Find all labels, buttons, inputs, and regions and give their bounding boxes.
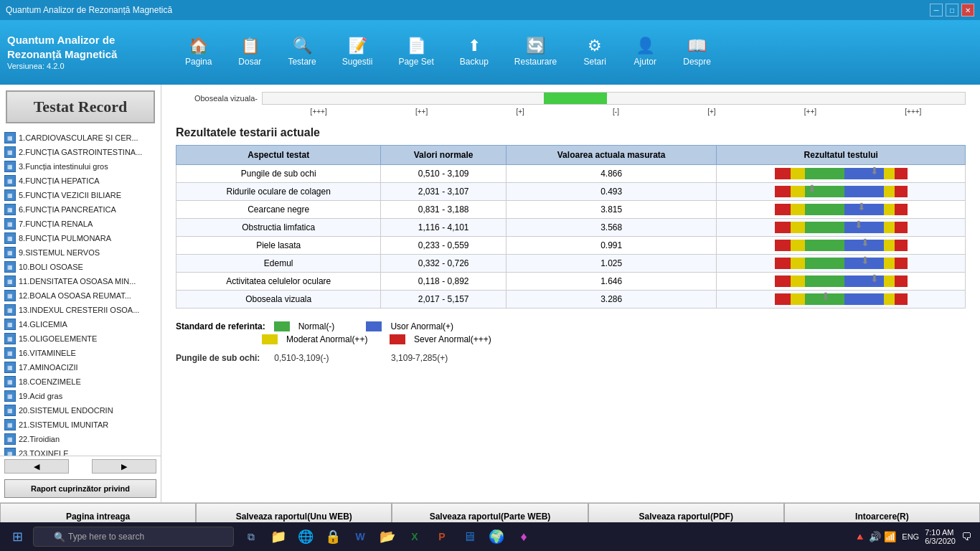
nav-setari[interactable]: ⚙ Setari xyxy=(570,32,620,72)
col-header-normal: Valori normale xyxy=(381,146,506,165)
teamviewer-icon[interactable]: 🖥 xyxy=(456,524,482,550)
cell-normal: 2,031 - 3,107 xyxy=(381,183,506,201)
sidebar-item-6[interactable]: ▦ 6.FUNCȚIA PANCREATICA xyxy=(0,202,161,217)
notifications-icon[interactable]: 🗨 xyxy=(961,531,971,542)
sidebar-icon-20: ▦ xyxy=(4,405,16,416)
nav-testare-label: Testare xyxy=(288,57,316,67)
app-gem-icon[interactable]: ♦ xyxy=(511,524,537,550)
minimize-button[interactable]: ─ xyxy=(930,4,943,17)
nav-ajutor[interactable]: 👤 Ajutor xyxy=(620,32,670,72)
scale-7: [+++] xyxy=(905,108,921,116)
cell-normal: 0,118 - 0,892 xyxy=(381,273,506,291)
sidebar-item-14[interactable]: ▦ 14.GLICEMIA xyxy=(0,317,161,331)
task-view-icon[interactable]: ⧉ xyxy=(238,524,264,550)
sugestii-icon: 📝 xyxy=(348,38,367,54)
nav-dosar[interactable]: 📋 Dosar xyxy=(225,32,275,72)
clock: 7:10 AM 6/3/2020 xyxy=(925,528,956,545)
setari-icon: ⚙ xyxy=(588,38,602,54)
file-explorer-icon[interactable]: 📁 xyxy=(265,524,291,550)
sidebar-item-18[interactable]: ▦ 18.COENZIMELE xyxy=(0,375,161,389)
close-button[interactable]: ✕ xyxy=(961,4,974,17)
edge-icon[interactable]: 🌐 xyxy=(293,524,319,550)
sidebar-item-13[interactable]: ▦ 13.INDEXUL CRESTERII OSOA... xyxy=(0,303,161,317)
sidebar-icon-22: ▦ xyxy=(4,433,16,445)
sidebar-label-12: 12.BOALA OSOASA REUMAT... xyxy=(19,291,131,300)
nav-pageset[interactable]: 📄 Page Set xyxy=(385,32,446,72)
chart-label: Oboseala vizuala- xyxy=(176,94,262,103)
sidebar-item-8[interactable]: ▦ 8.FUNCȚIA PULMONARA xyxy=(0,231,161,245)
nav-testare[interactable]: 🔍 Testare xyxy=(275,32,329,72)
sidebar-label-8: 8.FUNCȚIA PULMONARA xyxy=(19,234,111,242)
sidebar-icon-13: ▦ xyxy=(4,304,16,316)
cell-normal: 1,116 - 4,101 xyxy=(381,219,506,237)
sidebar-label-4: 4.FUNCȚIA HEPATICA xyxy=(19,176,100,185)
content-area[interactable]: Oboseala vizuala- [+++] [++] [+] [-] [+]… xyxy=(161,85,980,502)
cell-normal: 2,017 - 5,157 xyxy=(381,291,506,309)
report-btn[interactable]: Raport cuprinzător privind xyxy=(4,479,156,498)
cell-actual: 3.286 xyxy=(506,291,717,309)
sidebar-item-4[interactable]: ▦ 4.FUNCȚIA HEPATICA xyxy=(0,174,161,188)
sidebar-item-10[interactable]: ▦ 10.BOLI OSOASE xyxy=(0,260,161,274)
sidebar-item-2[interactable]: ▦ 2.FUNCȚIA GASTROINTESTINA... xyxy=(0,145,161,159)
chrome-icon[interactable]: 🌍 xyxy=(484,524,509,550)
excel-icon[interactable]: X xyxy=(402,524,428,550)
nav-sugestii[interactable]: 📝 Sugestii xyxy=(329,32,386,72)
legend-normal-text: Normal(-) xyxy=(298,321,335,331)
explorer2-icon[interactable]: 📂 xyxy=(374,524,400,550)
sidebar-item-16[interactable]: ▦ 16.VITAMINELE xyxy=(0,346,161,360)
cell-aspect: Cearcane negre xyxy=(176,201,381,219)
sidebar-item-19[interactable]: ▦ 19.Acid gras xyxy=(0,389,161,403)
sidebar-item-1[interactable]: ▦ 1.CARDIOVASCULARE ȘI CER... xyxy=(0,131,161,145)
nav-pagina[interactable]: 🏠 Pagina xyxy=(172,32,225,72)
nav-backup[interactable]: ⬆ Backup xyxy=(447,32,501,72)
table-row: Oboseala vizuala2,017 - 5,1573.286⬇ xyxy=(176,291,966,309)
pageset-icon: 📄 xyxy=(407,38,426,54)
sidebar-label-17: 17.AMINOACIZII xyxy=(19,363,78,372)
window-controls: ─ □ ✕ xyxy=(930,4,974,17)
sidebar-item-7[interactable]: ▦ 7.FUNCȚIA RENALA xyxy=(0,217,161,231)
nav-despre[interactable]: 📖 Despre xyxy=(670,32,724,72)
start-button[interactable]: ⊞ xyxy=(3,524,32,550)
word-icon[interactable]: W xyxy=(347,524,373,550)
sidebar-item-3[interactable]: ▦ 3.Funcția intestinului gros xyxy=(0,159,161,174)
nav-restaurare[interactable]: 🔄 Restaurare xyxy=(501,32,570,72)
sidebar-item-11[interactable]: ▦ 11.DENSITATEA OSOASA MIN... xyxy=(0,274,161,288)
sidebar-item-20[interactable]: ▦ 20.SISTEMUL ENDOCRIN xyxy=(0,403,161,418)
taskbar-search-area[interactable]: 🔍 Type here to search xyxy=(33,527,234,547)
cell-aspect: Edemul xyxy=(176,255,381,273)
volume-tray-icon: 🔊 xyxy=(869,531,881,542)
sidebar-item-15[interactable]: ▦ 15.OLIGOELEMENTE xyxy=(0,331,161,346)
main-layout: Testat Record ▦ 1.CARDIOVASCULARE ȘI CER… xyxy=(0,85,980,502)
cell-result: ⬇ xyxy=(717,237,966,255)
nav-setari-label: Setari xyxy=(584,57,606,67)
content-wrapper: Oboseala vizuala- [+++] [++] [+] [-] [+]… xyxy=(161,85,980,502)
sidebar-item-12[interactable]: ▦ 12.BOALA OSOASA REUMAT... xyxy=(0,288,161,303)
col-header-actual: Valoarea actuala masurata xyxy=(506,146,717,165)
sidebar-item-17[interactable]: ▦ 17.AMINOACIZII xyxy=(0,360,161,375)
cell-aspect: Piele lasata xyxy=(176,237,381,255)
sidebar-label-15: 15.OLIGOELEMENTE xyxy=(19,334,97,343)
table-row: Cearcane negre0,831 - 3,1883.815⬇ xyxy=(176,201,966,219)
security-icon[interactable]: 🔒 xyxy=(320,524,346,550)
sidebar-item-5[interactable]: ▦ 5.FUNCȚIA VEZICII BILIARE xyxy=(0,188,161,202)
powerpoint-icon[interactable]: P xyxy=(429,524,455,550)
scroll-next-btn[interactable]: ▶ xyxy=(92,459,156,474)
sidebar-label-10: 10.BOLI OSOASE xyxy=(19,263,83,271)
sidebar-item-9[interactable]: ▦ 9.SISTEMUL NERVOS xyxy=(0,245,161,260)
sidebar-icon-6: ▦ xyxy=(4,204,16,215)
sidebar-item-22[interactable]: ▦ 22.Tiroidian xyxy=(0,432,161,446)
cell-aspect: Pungile de sub ochi xyxy=(176,165,381,183)
cell-result: ⬇ xyxy=(717,255,966,273)
cell-aspect: Oboseala vizuala xyxy=(176,291,381,309)
sidebar-icon-14: ▦ xyxy=(4,319,16,330)
sidebar-item-21[interactable]: ▦ 21.SISTEMUL IMUNITAR xyxy=(0,418,161,432)
sidebar-label-19: 19.Acid gras xyxy=(19,392,62,400)
scroll-prev-btn[interactable]: ◀ xyxy=(4,459,69,474)
app-logo: Quantum Analizor de Rezonanță Magnetică … xyxy=(7,33,165,71)
sidebar-item-23[interactable]: ▦ 23.TOXINELE xyxy=(0,446,161,456)
cell-normal: 0,332 - 0,726 xyxy=(381,255,506,273)
maximize-button[interactable]: □ xyxy=(946,4,958,17)
sidebar-label-2: 2.FUNCȚIA GASTROINTESTINA... xyxy=(19,148,142,156)
sidebar-icon-12: ▦ xyxy=(4,290,16,301)
nav-dosar-label: Dosar xyxy=(238,57,261,67)
